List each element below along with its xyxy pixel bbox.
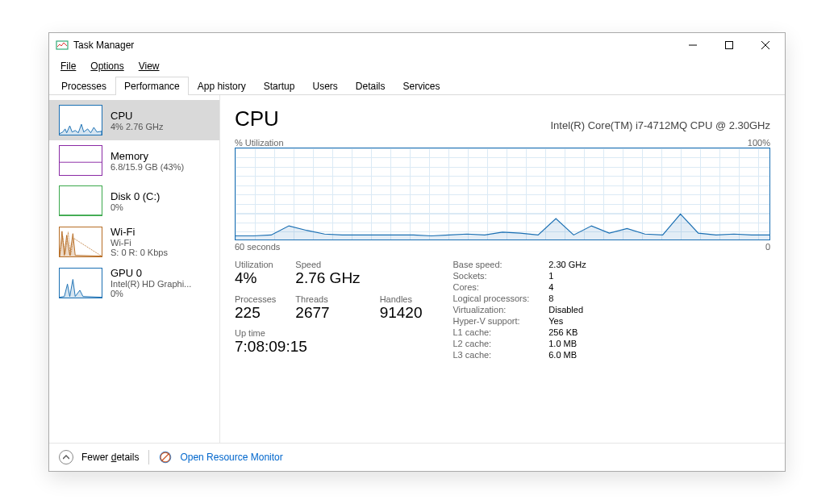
val-uptime: 7:08:09:15 xyxy=(235,338,422,356)
sidebar-memory-name: Memory xyxy=(111,150,184,162)
lab-utilization: Utilization xyxy=(235,260,276,269)
lab-uptime: Up time xyxy=(235,328,422,338)
cpu-thumbnail-icon xyxy=(59,105,102,135)
taskmgr-icon xyxy=(56,39,69,52)
menu-view[interactable]: View xyxy=(132,59,166,73)
sidebar-item-gpu[interactable]: GPU 0 Intel(R) HD Graphi... 0% xyxy=(49,262,219,303)
k-hyperv: Hyper-V support: xyxy=(452,316,529,326)
v-logical: 8 xyxy=(548,294,586,303)
sidebar-item-wifi[interactable]: Wi-Fi Wi-Fi S: 0 R: 0 Kbps xyxy=(49,221,219,262)
open-resource-monitor-link[interactable]: Open Resource Monitor xyxy=(180,452,282,463)
chevron-up-icon[interactable] xyxy=(59,450,73,464)
tab-startup[interactable]: Startup xyxy=(255,77,304,95)
titlebar: Task Manager xyxy=(49,33,785,57)
lab-threads: Threads xyxy=(295,294,360,304)
perf-sidebar: CPU 4% 2.76 GHz Memory 6.8/15.9 GB (43%) xyxy=(49,95,220,443)
minimize-button[interactable] xyxy=(674,33,711,57)
k-sockets: Sockets: xyxy=(452,271,529,281)
val-processes: 225 xyxy=(235,304,276,322)
sidebar-disk-sub: 0% xyxy=(111,202,160,212)
cpu-chart xyxy=(235,148,770,240)
v-hyperv: Yes xyxy=(548,316,586,326)
chart-xmin: 0 xyxy=(765,242,770,252)
tab-performance[interactable]: Performance xyxy=(115,77,189,95)
disk-thumbnail-icon xyxy=(59,185,102,216)
tab-app-history[interactable]: App history xyxy=(189,77,255,95)
v-sockets: 1 xyxy=(548,271,586,281)
tab-users[interactable]: Users xyxy=(303,77,346,95)
svg-marker-7 xyxy=(236,214,769,240)
sidebar-wifi-sub2: S: 0 R: 0 Kbps xyxy=(111,248,168,257)
v-virt: Disabled xyxy=(548,305,586,314)
val-threads: 2677 xyxy=(295,304,360,322)
wifi-thumbnail-icon xyxy=(59,227,102,257)
sidebar-item-cpu[interactable]: CPU 4% 2.76 GHz xyxy=(49,100,219,140)
sidebar-cpu-sub: 4% 2.76 GHz xyxy=(111,122,163,131)
tab-services[interactable]: Services xyxy=(394,77,449,95)
fewer-details-link[interactable]: Fewer details xyxy=(81,452,139,463)
svg-rect-2 xyxy=(725,42,732,49)
v-base-speed: 2.30 GHz xyxy=(548,260,586,269)
menu-options[interactable]: Options xyxy=(84,59,130,73)
chart-xmax: 60 seconds xyxy=(235,242,280,252)
k-logical: Logical processors: xyxy=(452,294,529,303)
val-speed: 2.76 GHz xyxy=(295,269,360,287)
k-cores: Cores: xyxy=(452,282,529,292)
svg-line-9 xyxy=(161,453,169,461)
lab-handles: Handles xyxy=(380,294,423,304)
sidebar-wifi-sub1: Wi-Fi xyxy=(111,238,168,248)
sidebar-gpu-sub1: Intel(R) HD Graphi... xyxy=(111,279,191,289)
v-cores: 4 xyxy=(548,282,586,292)
page-title: CPU xyxy=(235,106,279,131)
chart-ymax: 100% xyxy=(748,138,770,148)
lab-speed: Speed xyxy=(295,260,360,269)
k-base-speed: Base speed: xyxy=(452,260,529,269)
k-virt: Virtualization: xyxy=(452,305,529,314)
lab-processes: Processes xyxy=(235,294,276,304)
sidebar-disk-name: Disk 0 (C:) xyxy=(111,190,160,202)
footer-divider xyxy=(148,450,149,464)
tab-details[interactable]: Details xyxy=(347,77,394,95)
resource-monitor-icon xyxy=(159,451,172,464)
close-button[interactable] xyxy=(747,33,783,57)
sidebar-memory-sub: 6.8/15.9 GB (43%) xyxy=(111,162,184,172)
cpu-model: Intel(R) Core(TM) i7-4712MQ CPU @ 2.30GH… xyxy=(550,119,770,131)
tab-processes[interactable]: Processes xyxy=(52,77,115,95)
v-l2: 1.0 MB xyxy=(548,339,586,348)
v-l3: 6.0 MB xyxy=(548,350,586,360)
gpu-thumbnail-icon xyxy=(59,268,102,298)
menu-file[interactable]: File xyxy=(54,59,82,73)
k-l1: L1 cache: xyxy=(452,327,529,337)
maximize-button[interactable] xyxy=(711,33,747,57)
k-l3: L3 cache: xyxy=(452,350,529,360)
footer: Fewer details Open Resource Monitor xyxy=(49,443,785,471)
sidebar-cpu-name: CPU xyxy=(111,110,163,122)
val-utilization: 4% xyxy=(235,269,276,287)
sidebar-item-disk[interactable]: Disk 0 (C:) 0% xyxy=(49,181,219,221)
val-handles: 91420 xyxy=(380,304,423,322)
sidebar-wifi-name: Wi-Fi xyxy=(111,226,168,238)
chart-ylabel: % Utilization xyxy=(235,138,284,148)
k-l2: L2 cache: xyxy=(452,339,529,348)
v-l1: 256 KB xyxy=(548,327,586,337)
sidebar-gpu-sub2: 0% xyxy=(111,289,191,298)
sidebar-gpu-name: GPU 0 xyxy=(111,267,191,279)
perf-main: CPU Intel(R) Core(TM) i7-4712MQ CPU @ 2.… xyxy=(220,95,785,443)
menubar: File Options View xyxy=(49,57,785,77)
memory-thumbnail-icon xyxy=(59,145,102,176)
sidebar-item-memory[interactable]: Memory 6.8/15.9 GB (43%) xyxy=(49,140,219,181)
window-title: Task Manager xyxy=(73,40,134,51)
tabstrip: Processes Performance App history Startu… xyxy=(49,77,785,95)
